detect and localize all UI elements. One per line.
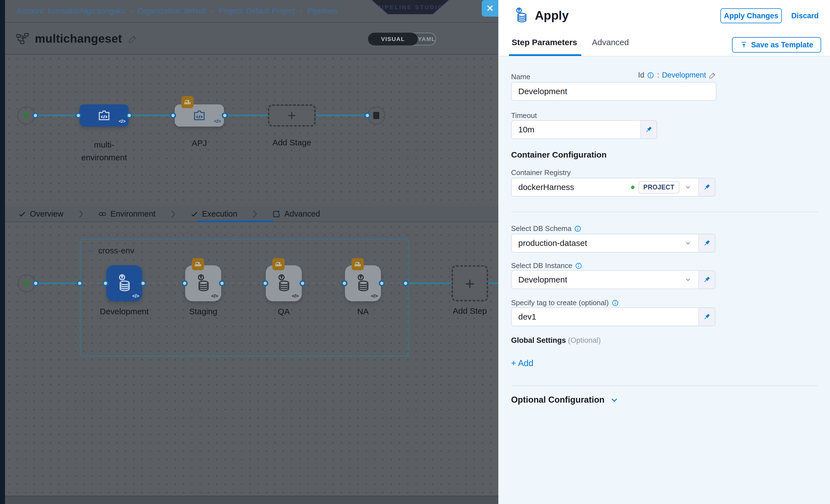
tab-advanced[interactable]: Advanced [272, 209, 320, 219]
info-icon[interactable] [647, 72, 654, 79]
discard-button[interactable]: Discard [791, 12, 819, 20]
breadcrumb-pipelines-link[interactable]: Pipelines [308, 7, 338, 15]
connector-dotted [223, 282, 266, 284]
save-as-template-button[interactable]: Save as Template [732, 37, 821, 53]
info-icon[interactable] [612, 300, 619, 307]
breadcrumb-account-link[interactable]: Account: kurosakiichigo.songoku [17, 7, 125, 15]
step-config-panel: ✕ Apply Apply Changes Discard Step Param… [498, 0, 830, 504]
tab-step-advanced[interactable]: Advanced [592, 38, 629, 47]
add-global-setting-link[interactable]: + Add [511, 358, 533, 368]
db-instance-value: Development [518, 275, 679, 284]
db-schema-select[interactable]: production-dataset [511, 234, 698, 253]
deploy-type-badge-icon [181, 96, 193, 108]
stage-label: multi-environment [76, 138, 132, 164]
pipeline-studio-canvas: Account: kurosakiichigo.songoku › Organi… [0, 0, 498, 504]
collapse-group-icon[interactable]: − [88, 248, 93, 253]
code-badge: </> [132, 293, 139, 299]
pipeline-title: multichangeset [35, 32, 122, 45]
section-divider [511, 212, 818, 212]
step-label: NA [335, 307, 391, 316]
plus-icon: + [288, 107, 296, 124]
pin-runtime-input-button[interactable] [698, 178, 715, 197]
step-label: QA [256, 307, 312, 316]
step-node-staging[interactable]: </> [185, 265, 221, 301]
pin-runtime-input-button[interactable] [698, 307, 715, 326]
play-icon [24, 279, 31, 287]
stage-label: APJ [175, 138, 224, 148]
collapsed-nav-rail [0, 0, 5, 504]
info-icon[interactable] [574, 225, 581, 232]
chevron-right-icon [170, 210, 176, 218]
code-badge: </> [214, 118, 221, 124]
close-panel-button[interactable]: ✕ [482, 0, 498, 17]
id-value: Development [662, 71, 706, 80]
toggle-visual[interactable]: VISUAL [368, 33, 418, 45]
name-input[interactable] [511, 82, 716, 101]
breadcrumb-org-link[interactable]: Organization: default [137, 7, 206, 15]
port [75, 113, 82, 119]
info-icon[interactable] [575, 262, 582, 270]
container-registry-field[interactable]: dockerHarness PROJECT [511, 178, 698, 197]
step-label: Staging [175, 307, 231, 316]
port [403, 280, 409, 286]
tab-overview[interactable]: Overview [18, 209, 63, 219]
toggle-yaml[interactable]: YAML [418, 36, 436, 42]
chevron-down-icon[interactable] [684, 276, 692, 283]
edit-id-icon[interactable] [709, 71, 716, 79]
active-tab-underline [197, 220, 274, 222]
panel-tabs: Step Parameters Advanced Save as Templat… [498, 31, 830, 56]
canvas-scrollbar-strip[interactable] [5, 496, 498, 504]
add-step-button[interactable]: + [451, 265, 488, 301]
optional-configuration-toggle[interactable]: Optional Configuration [511, 395, 618, 405]
pin-icon [703, 183, 711, 191]
tab-step-parameters[interactable]: Step Parameters [512, 38, 577, 47]
port [126, 113, 132, 119]
apply-step-icon [115, 274, 133, 293]
pipeline-icon [16, 33, 29, 44]
code-badge: </> [119, 118, 125, 124]
add-step-label: Add Step [442, 306, 498, 316]
optional-hint: (Optional) [568, 336, 601, 345]
step-group-label: cross-env [98, 246, 134, 255]
step-group-header[interactable]: − cross-env [88, 246, 134, 255]
breadcrumb-project-link[interactable]: Project: Default Project [219, 7, 295, 15]
port [102, 280, 108, 286]
step-node-na[interactable]: </> [345, 265, 381, 301]
pin-runtime-input-button[interactable] [698, 270, 715, 289]
stop-icon [373, 112, 379, 119]
pin-runtime-input-button[interactable] [698, 234, 715, 253]
db-instance-select[interactable]: Development [511, 270, 698, 289]
pipeline-studio-badge: PIPELINE STUDIO [371, 0, 450, 15]
timeout-input[interactable] [511, 120, 640, 139]
id-label: Id [638, 71, 644, 80]
db-schema-label: Select DB Schema [511, 224, 581, 233]
port [219, 280, 225, 286]
pin-icon [644, 125, 653, 134]
custom-stage-icon [192, 108, 206, 123]
step-label: Development [97, 307, 152, 316]
stage-node-multi-environment[interactable]: </> [79, 104, 129, 127]
visual-yaml-toggle: VISUAL YAML [368, 33, 436, 45]
add-stage-button[interactable]: + [268, 104, 316, 127]
code-badge: </> [371, 293, 378, 299]
step-parameters-form: Name Id : Development Timeout [498, 56, 830, 504]
id-separator: : [657, 71, 659, 80]
step-type-badge-icon [192, 258, 204, 270]
apply-changes-button[interactable]: Apply Changes [721, 8, 782, 23]
breadcrumb-chevron-icon: › [212, 7, 214, 15]
tag-input[interactable] [511, 307, 698, 326]
step-node-development[interactable]: </> [106, 265, 142, 301]
step-node-qa[interactable]: </> [266, 265, 302, 301]
tab-environment[interactable]: Environment [98, 209, 156, 219]
pin-runtime-input-button[interactable] [640, 120, 657, 139]
chevron-down-icon[interactable] [684, 184, 692, 191]
port [33, 280, 39, 286]
connector-dotted [383, 282, 405, 284]
port [222, 113, 228, 119]
stage-tabs: Overview Environment Execution [5, 206, 498, 222]
code-badge: </> [292, 293, 298, 299]
edit-pipeline-name-icon[interactable] [128, 34, 137, 43]
tab-execution[interactable]: Execution [190, 209, 237, 219]
pipeline-studio-app: Account: kurosakiichigo.songoku › Organi… [0, 0, 830, 504]
chevron-down-icon[interactable] [684, 240, 692, 247]
